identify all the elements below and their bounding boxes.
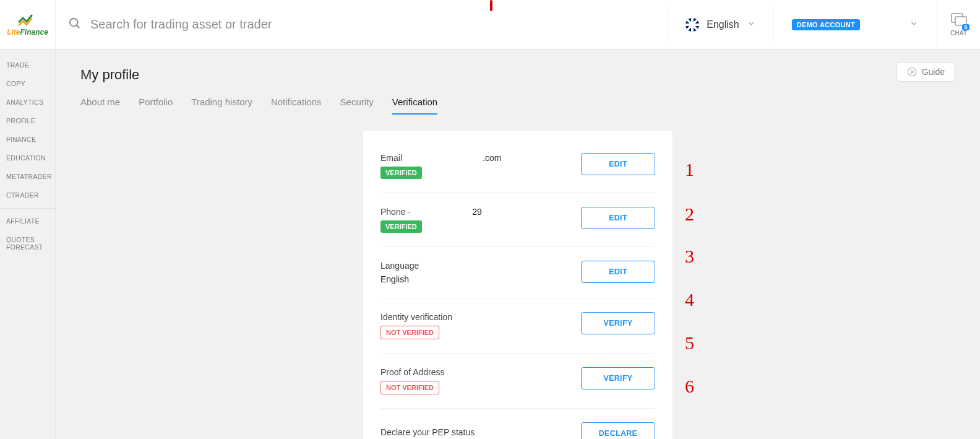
logo[interactable]: LiteFinance bbox=[0, 0, 56, 49]
address-verify-button[interactable]: VERIFY bbox=[581, 367, 655, 389]
top-right: English DEMO ACCOUNT 5 CHAT bbox=[668, 0, 980, 49]
annotation-5: 5 bbox=[685, 333, 694, 354]
sidebar-item-metatrader[interactable]: METATRADER bbox=[0, 167, 55, 186]
search-input[interactable] bbox=[90, 17, 655, 32]
sidebar-item-education[interactable]: EDUCATION bbox=[0, 149, 55, 167]
red-marker bbox=[490, 0, 492, 11]
sidebar-item-copy[interactable]: COPY bbox=[0, 74, 55, 93]
language-edit-button[interactable]: EDIT bbox=[581, 261, 655, 283]
svg-line-1 bbox=[77, 25, 80, 28]
language-row-value: English bbox=[380, 274, 581, 284]
address-label: Proof of Address bbox=[380, 367, 581, 377]
email-status-badge: VERIFIED bbox=[380, 167, 422, 179]
logo-text: LiteFinance bbox=[7, 28, 48, 37]
main-content: Guide My profile About me Portfolio Trad… bbox=[56, 50, 980, 439]
annotation-6: 6 bbox=[685, 376, 694, 397]
chat-count-badge: 5 bbox=[962, 24, 969, 30]
pep-declare-button[interactable]: DECLARE bbox=[581, 422, 655, 439]
chat-button[interactable]: 5 CHAT bbox=[937, 0, 980, 49]
chevron-down-icon bbox=[747, 19, 755, 30]
sidebar-item-affiliate[interactable]: AFFILIATE bbox=[0, 208, 55, 230]
sidebar: TRADE COPY ANALYTICS PROFILE FINANCE EDU… bbox=[0, 50, 56, 439]
phone-label: Phone · bbox=[380, 207, 410, 217]
phone-status-badge: VERIFIED bbox=[380, 220, 422, 233]
play-circle-icon bbox=[907, 67, 917, 77]
tab-about-me[interactable]: About me bbox=[80, 97, 120, 115]
chat-label: CHAT bbox=[950, 30, 967, 37]
sidebar-item-ctrader[interactable]: CTRADER bbox=[0, 186, 55, 204]
logo-icon bbox=[18, 13, 37, 27]
page-title: My profile bbox=[80, 67, 955, 83]
guide-label: Guide bbox=[922, 67, 945, 77]
address-status-badge: NOT VERIFIED bbox=[380, 381, 439, 394]
language-label: English bbox=[707, 19, 739, 30]
search-area[interactable] bbox=[56, 17, 668, 33]
pep-label: Declare your PEP status bbox=[380, 427, 581, 437]
demo-account-badge: DEMO ACCOUNT bbox=[792, 19, 860, 30]
verification-row-phone: Phone · 29 VERIFIED EDIT bbox=[380, 193, 655, 247]
identity-label: Identity verification bbox=[380, 312, 581, 322]
tab-notifications[interactable]: Notifications bbox=[271, 97, 322, 115]
profile-tabs: About me Portfolio Trading history Notif… bbox=[80, 97, 955, 115]
tab-trading-history[interactable]: Trading history bbox=[191, 97, 252, 115]
phone-value: 29 bbox=[472, 207, 482, 217]
annotation-1: 1 bbox=[685, 159, 694, 180]
uk-flag-icon bbox=[686, 18, 699, 32]
search-icon bbox=[68, 17, 82, 33]
sidebar-item-quotes-forecast[interactable]: QUOTES FORECAST bbox=[0, 230, 55, 256]
email-label: Email bbox=[380, 153, 402, 163]
verification-card: Email .com VERIFIED EDIT Phone · 29 VERI… bbox=[363, 131, 673, 439]
chevron-down-icon bbox=[909, 19, 918, 30]
sidebar-item-finance[interactable]: FINANCE bbox=[0, 130, 55, 149]
sidebar-item-profile[interactable]: PROFILE bbox=[0, 111, 55, 130]
email-edit-button[interactable]: EDIT bbox=[581, 153, 655, 175]
tab-verification[interactable]: Verification bbox=[392, 97, 437, 115]
guide-button[interactable]: Guide bbox=[896, 62, 955, 82]
verification-row-address: Proof of Address NOT VERIFIED VERIFY bbox=[380, 354, 655, 409]
email-value: .com bbox=[483, 153, 501, 163]
verification-row-pep: Declare your PEP status DECLARE bbox=[380, 409, 655, 439]
verification-row-email: Email .com VERIFIED EDIT bbox=[380, 139, 655, 193]
language-selector[interactable]: English bbox=[668, 18, 772, 32]
sidebar-item-trade[interactable]: TRADE bbox=[0, 56, 55, 74]
svg-marker-5 bbox=[911, 70, 913, 73]
annotation-4: 4 bbox=[685, 289, 694, 310]
chat-icon: 5 bbox=[951, 13, 967, 29]
sidebar-item-analytics[interactable]: ANALYTICS bbox=[0, 93, 55, 111]
verification-row-identity: Identity verification NOT VERIFIED VERIF… bbox=[380, 298, 655, 354]
annotation-2: 2 bbox=[685, 204, 694, 225]
identity-status-badge: NOT VERIFIED bbox=[380, 326, 439, 339]
verification-row-language: Language English EDIT bbox=[380, 247, 655, 298]
annotation-3: 3 bbox=[685, 246, 694, 267]
identity-verify-button[interactable]: VERIFY bbox=[581, 312, 655, 334]
account-selector[interactable]: DEMO ACCOUNT bbox=[773, 19, 937, 30]
tab-portfolio[interactable]: Portfolio bbox=[139, 97, 173, 115]
language-row-label: Language bbox=[380, 261, 581, 271]
svg-point-0 bbox=[70, 18, 78, 26]
svg-point-4 bbox=[908, 67, 916, 76]
tab-security[interactable]: Security bbox=[340, 97, 374, 115]
phone-edit-button[interactable]: EDIT bbox=[581, 207, 655, 229]
